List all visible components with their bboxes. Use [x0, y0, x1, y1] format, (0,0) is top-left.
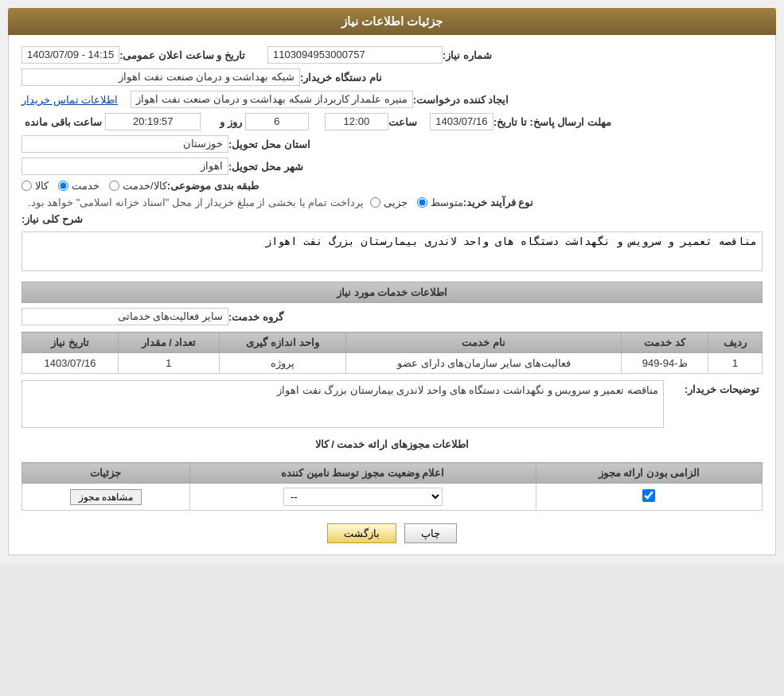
- purchase-type-option-jozei-label: جزیی: [384, 196, 408, 208]
- need-desc-textarea: مناقصه تعمیر و سرویس و نگهداشت دستگاه ها…: [21, 231, 763, 271]
- col-header-name: نام خدمت: [346, 332, 622, 353]
- view-permit-button[interactable]: مشاهده مجوز: [70, 489, 142, 505]
- need-desc-row: شرح کلی نیاز:: [21, 213, 763, 225]
- buyer-org-value: شبکه بهداشت و درمان صنعت نفت اهواز: [21, 68, 300, 86]
- purchase-type-option-motovaset-label: متوسط: [431, 196, 463, 208]
- province-value: خوزستان: [21, 135, 228, 153]
- services-table: ردیف کد خدمت نام خدمت واحد اندازه گیری ت…: [21, 332, 763, 374]
- category-row: طبقه بندی موضوعی: کالا/خدمت خدمت کالا: [21, 180, 763, 192]
- purchase-type-row: نوع فرآیند خرید: متوسط جزیی پرداخت تمام …: [21, 196, 763, 208]
- category-option-kala-label: کالا: [35, 180, 49, 192]
- permits-table: الزامی بودن ارائه مجوز اعلام وضعیت مجوز …: [21, 462, 763, 511]
- col-header-qty: تعداد / مقدار: [119, 332, 220, 353]
- table-row: 1ط-94-949فعالیت‌های سایر سازمان‌های دارا…: [22, 353, 763, 374]
- col-header-row: ردیف: [708, 332, 763, 353]
- category-option-khedmat-label: خدمت: [72, 180, 99, 192]
- need-desc-label: شرح کلی نیاز:: [21, 213, 83, 225]
- service-group-row: گروه خدمت: سایر فعالیت‌های خدماتی: [21, 308, 763, 325]
- purchase-type-radio-motovaset[interactable]: [417, 197, 427, 208]
- category-radio-group: کالا/خدمت خدمت کالا: [21, 180, 167, 192]
- reply-remaining-value: 20:19:57: [105, 113, 201, 130]
- category-option-kala[interactable]: کالا: [21, 180, 49, 192]
- requester-contact-link[interactable]: اطلاعات تماس خریدار: [21, 94, 118, 106]
- purchase-type-radio-group: متوسط جزیی: [370, 196, 463, 208]
- deadline-label: مهلت ارسال پاسخ: تا تاریخ:: [493, 116, 611, 128]
- cell-code: ط-94-949: [622, 353, 708, 374]
- permits-section: الزامی بودن ارائه مجوز اعلام وضعیت مجوز …: [21, 462, 763, 511]
- category-radio-kala-khedmat[interactable]: [109, 181, 119, 191]
- province-row: استان محل تحویل: خوزستان: [21, 135, 763, 153]
- category-option-kala-khedmat-label: کالا/خدمت: [123, 180, 167, 192]
- permits-col-details: جزئیات: [22, 463, 190, 484]
- requester-value: منیره علمدار کاربرداز شبکه بهداشت و درما…: [131, 91, 413, 108]
- purchase-type-label: نوع فرآیند خرید:: [463, 196, 534, 208]
- page-header: جزئیات اطلاعات نیاز: [8, 8, 776, 35]
- cell-date: 1403/07/16: [22, 353, 119, 374]
- need-number-label: شماره نیاز:: [443, 49, 492, 61]
- col-header-code: کد خدمت: [622, 332, 708, 353]
- city-label: شهر محل تحویل:: [228, 161, 303, 173]
- header-title: جزئیات اطلاعات نیاز: [341, 14, 443, 28]
- cell-name: فعالیت‌های سایر سازمان‌های دارای عضو: [346, 353, 622, 374]
- services-info-title: اطلاعات خدمات مورد نیاز: [21, 282, 763, 303]
- buyer-comment-box: مناقصه تعمیر و سرویس و نگهداشت دستگاه ها…: [21, 380, 664, 428]
- back-button[interactable]: بازگشت: [327, 523, 396, 543]
- category-radio-kala[interactable]: [21, 181, 32, 191]
- purchase-type-option-motovaset[interactable]: متوسط: [417, 196, 463, 208]
- city-value: اهواز: [21, 157, 228, 175]
- city-row: شهر محل تحویل: اهواز: [21, 157, 763, 175]
- buyer-org-row: نام دستگاه خریدار: شبکه بهداشت و درمان ص…: [21, 68, 763, 86]
- reply-time-value: 12:00: [325, 113, 388, 130]
- col-header-unit: واحد اندازه گیری: [219, 332, 346, 353]
- announce-date-label: تاریخ و ساعت اعلان عمومی:: [119, 49, 245, 61]
- permits-col-status: اعلام وضعیت مجوز توسط نامین کننده: [189, 463, 536, 484]
- footer-buttons: چاپ بازگشت: [21, 523, 763, 543]
- service-group-value: سایر فعالیت‌های خدماتی: [21, 308, 228, 325]
- category-radio-khedmat[interactable]: [58, 181, 68, 191]
- requester-row: ایجاد کننده درخواست: منیره علمدار کاربرد…: [21, 91, 763, 108]
- buyer-comment-label: توضیحات خریدار:: [664, 380, 759, 395]
- category-option-khedmat[interactable]: خدمت: [58, 180, 99, 192]
- cell-row: 1: [708, 353, 763, 374]
- permit-required-checkbox[interactable]: [642, 489, 655, 502]
- permits-section-title: اطلاعات مجوزهای ارائه خدمت / کالا: [21, 434, 763, 454]
- col-header-date: تاریخ نیاز: [22, 332, 119, 353]
- category-option-kala-khedmat[interactable]: کالا/خدمت: [109, 180, 167, 192]
- purchase-type-option-jozei[interactable]: جزیی: [370, 196, 408, 208]
- service-group-label: گروه خدمت:: [228, 311, 283, 323]
- permit-status-cell: --: [189, 484, 536, 511]
- buyer-comment-section: توضیحات خریدار: مناقصه تعمیر و سرویس و ن…: [21, 380, 763, 428]
- category-label: طبقه بندی موضوعی:: [167, 180, 259, 192]
- cell-unit: پروژه: [219, 353, 346, 374]
- reply-remaining-label: ساعت باقی مانده: [25, 116, 102, 128]
- purchase-type-radio-jozei[interactable]: [370, 197, 380, 208]
- cell-quantity: 1: [119, 353, 220, 374]
- announce-date-value: 1403/07/09 - 14:15: [21, 46, 119, 64]
- print-button[interactable]: چاپ: [404, 523, 457, 543]
- permit-details-cell: مشاهده مجوز: [22, 484, 190, 511]
- permit-required-cell: [536, 484, 762, 511]
- need-desc-wrapper: مناقصه تعمیر و سرویس و نگهداشت دستگاه ها…: [21, 231, 763, 274]
- deadline-row: مهلت ارسال پاسخ: تا تاریخ: 1403/07/16 سا…: [21, 113, 763, 130]
- purchase-type-note: پرداخت تمام یا بخشی از مبلغ خریدار از مح…: [28, 196, 364, 208]
- need-number-value: 1103094953000757: [267, 46, 443, 64]
- permits-col-required: الزامی بودن ارائه مجوز: [536, 463, 762, 484]
- permits-table-row: --مشاهده مجوز: [22, 484, 763, 511]
- requester-label: ایجاد کننده درخواست:: [413, 94, 509, 106]
- buyer-org-label: نام دستگاه خریدار:: [300, 72, 382, 84]
- province-label: استان محل تحویل:: [228, 138, 310, 150]
- need-number-row: شماره نیاز: 1103094953000757 تاریخ و ساع…: [21, 46, 763, 64]
- reply-days-value: 6: [245, 113, 309, 130]
- permit-status-select[interactable]: --: [283, 488, 443, 506]
- reply-time-label: ساعت: [388, 116, 417, 128]
- reply-date-value: 1403/07/16: [430, 113, 493, 130]
- reply-day-label: روز و: [220, 116, 242, 128]
